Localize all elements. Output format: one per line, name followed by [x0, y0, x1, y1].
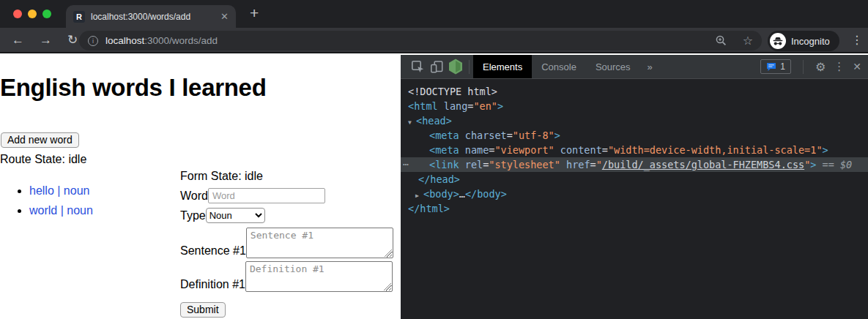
code-token-tag: <link	[429, 159, 459, 170]
devtools-code-line[interactable]: ▶<body>…</body>	[401, 187, 868, 201]
remix-favicon-icon: R	[73, 11, 85, 23]
code-token-attr: content	[560, 144, 602, 156]
type-select[interactable]: Noun	[206, 208, 265, 223]
reload-icon[interactable]: ↻	[67, 32, 78, 48]
code-token-plain	[560, 159, 566, 170]
submit-button[interactable]: Submit	[180, 302, 226, 318]
code-token-link: /build/_assets/global-FHZEMBS4.css	[602, 159, 804, 170]
page-title: English words I learned	[0, 74, 401, 102]
incognito-label: Incognito	[791, 36, 830, 47]
devtools-tab-console[interactable]: Console	[532, 55, 586, 78]
site-info-icon[interactable]: i	[88, 36, 98, 46]
browser-tab[interactable]: R localhost:3000/words/add ✕	[66, 5, 236, 28]
code-token-tag: >	[554, 130, 560, 141]
zoom-icon[interactable]	[712, 31, 731, 50]
devtools-panel: Elements Console Sources » 1 ⚙ ⋮ ✕ <!DOC…	[401, 55, 868, 319]
line-menu-icon[interactable]: ⋯	[403, 157, 409, 172]
new-tab-button[interactable]: +	[250, 4, 259, 22]
devtools-code-line[interactable]: <!DOCTYPE html>	[401, 84, 868, 99]
devtools-toolbar: Elements Console Sources » 1 ⚙ ⋮ ✕	[401, 55, 868, 79]
issues-count: 1	[780, 61, 785, 72]
code-token-attr: href	[566, 159, 590, 170]
code-token-val: "width=device-width,initial-scale=1"	[608, 144, 823, 156]
issues-counter[interactable]: 1	[760, 59, 791, 74]
devtools-code-line[interactable]: </html>	[401, 201, 868, 216]
browser-toolbar: ← → ↻ i localhost:3000/words/add ☆ Incog…	[0, 28, 868, 53]
definition-textarea[interactable]	[245, 261, 393, 292]
code-token-plain	[459, 144, 465, 156]
code-token-tag: >	[497, 100, 503, 112]
code-token-plain	[438, 100, 444, 112]
minimize-window-button[interactable]	[28, 10, 37, 18]
back-icon[interactable]: ←	[12, 33, 24, 48]
devtools-tab-elements[interactable]: Elements	[473, 55, 532, 78]
devtools-menu-icon[interactable]: ⋮	[834, 60, 845, 73]
code-token-val: "stylesheet"	[489, 159, 560, 170]
code-token-val: "	[596, 159, 602, 170]
add-new-word-button[interactable]: Add new word	[1, 132, 79, 148]
code-token-plain: …	[459, 188, 465, 200]
divider	[803, 60, 804, 74]
word-link-hello[interactable]: hello | noun	[29, 184, 89, 197]
url-host: localhost	[105, 35, 144, 46]
device-toolbar-icon[interactable]	[427, 57, 446, 76]
devtools-code-line[interactable]: <meta name="viewport" content="width=dev…	[401, 143, 868, 157]
word-link-world[interactable]: world | noun	[29, 204, 93, 217]
code-token-eq: == $0	[816, 159, 852, 170]
code-token-attr: lang	[444, 100, 468, 112]
word-label: Word	[180, 189, 208, 203]
more-tabs-icon[interactable]: »	[648, 61, 653, 72]
code-token-attr: name	[465, 144, 489, 156]
code-token-val: "utf-8"	[513, 130, 554, 141]
sentence-label: Sentence #1	[180, 244, 246, 258]
devtools-code-line[interactable]: ⋯<link rel="stylesheet" href="/build/_as…	[401, 157, 868, 172]
code-token-tag: <meta	[429, 130, 459, 141]
window-controls	[13, 10, 51, 18]
close-window-button[interactable]	[13, 10, 22, 18]
code-token-plain	[459, 130, 465, 141]
maximize-window-button[interactable]	[42, 10, 51, 18]
address-bar[interactable]: i localhost:3000/words/add ☆	[79, 31, 762, 50]
devtools-code-line[interactable]: ▼<head>	[401, 113, 868, 128]
devtools-code: <!DOCTYPE html><html lang="en">▼<head><m…	[401, 79, 868, 216]
tab-close-icon[interactable]: ✕	[220, 12, 229, 21]
devtools-close-icon[interactable]: ✕	[853, 61, 861, 72]
devtools-settings-icon[interactable]: ⚙	[815, 60, 826, 74]
tab-title: localhost:3000/words/add	[91, 12, 215, 22]
browser-menu-icon[interactable]: ⋮	[851, 33, 863, 47]
code-token-tag: </head>	[418, 173, 460, 185]
browser-titlebar: R localhost:3000/words/add ✕ +	[0, 0, 868, 28]
word-input[interactable]	[208, 188, 325, 203]
node-extension-icon[interactable]	[446, 57, 465, 76]
code-token-tag: <meta	[429, 144, 459, 156]
code-token-plain: =	[507, 130, 513, 141]
devtools-tab-sources[interactable]: Sources	[586, 55, 640, 78]
code-token-tag: <head>	[416, 115, 452, 127]
code-token-tag: >	[823, 144, 828, 156]
definition-label: Definition #1	[180, 278, 245, 292]
url-path: :3000/words/add	[144, 35, 218, 46]
bookmark-star-icon[interactable]: ☆	[743, 34, 753, 48]
divider	[469, 60, 470, 74]
devtools-code-line[interactable]: <html lang="en">	[401, 99, 868, 113]
url-text[interactable]: localhost:3000/words/add	[105, 35, 712, 46]
route-state-text: Route State: idle	[0, 152, 401, 166]
web-page: English words I learned Add new word Rou…	[0, 55, 401, 319]
code-token-plain: =	[590, 159, 596, 170]
code-token-val: "en"	[473, 100, 497, 112]
code-token-val: "viewport"	[494, 144, 554, 156]
code-token-tag: <html	[408, 100, 438, 112]
inspect-element-icon[interactable]	[408, 57, 427, 76]
add-word-form: Form State: idle Word Type Noun Sentence…	[180, 169, 401, 318]
code-token-tag: </body>	[465, 188, 507, 200]
code-token-attr: rel	[465, 159, 483, 170]
sentence-textarea[interactable]	[246, 228, 393, 258]
incognito-icon	[770, 33, 786, 49]
devtools-code-line[interactable]: <meta charset="utf-8">	[401, 128, 868, 143]
code-token-plain	[459, 159, 465, 170]
code-token-plain: =	[602, 144, 608, 156]
code-token-plain	[554, 144, 560, 156]
code-token-plain: <!DOCTYPE html>	[408, 86, 497, 97]
devtools-code-line[interactable]: </head>	[401, 172, 868, 187]
forward-icon[interactable]: →	[40, 33, 52, 48]
